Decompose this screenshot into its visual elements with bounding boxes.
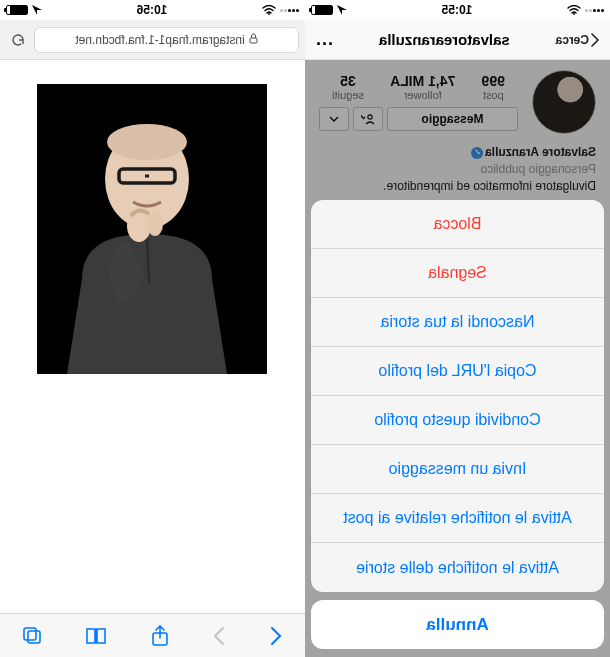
action-sheet-item-5[interactable]: Invia un messaggio [311, 445, 604, 494]
instagram-profile-screen: 10:55 Cerca salvatorearanzulla ... 999po… [305, 0, 610, 657]
more-options-button[interactable]: ... [315, 29, 333, 50]
profile-nav-bar: Cerca salvatorearanzulla ... [305, 20, 610, 60]
safari-screen: 10:56 instagram.fnap1-1.fna.fbcdn.net [0, 0, 305, 657]
svg-point-2 [268, 13, 270, 15]
cellular-signal-icon [280, 9, 299, 12]
action-sheet-item-0[interactable]: Blocca [311, 200, 604, 249]
action-sheet-item-7[interactable]: Attiva le notifiche delle storie [311, 543, 604, 592]
safari-toolbar [0, 613, 305, 657]
nav-back-button[interactable] [269, 626, 283, 646]
action-sheet-item-2[interactable]: Nascondi la tua storia [311, 298, 604, 347]
action-sheet-item-1[interactable]: Segnala [311, 249, 604, 298]
svg-rect-12 [28, 631, 40, 643]
cellular-signal-icon [585, 9, 604, 12]
location-icon [337, 5, 347, 15]
url-text: instagram.fnap1-1.fna.fbcdn.net [75, 33, 244, 47]
tabs-button[interactable] [22, 626, 42, 646]
svg-point-6 [108, 124, 188, 160]
back-label: Cerca [556, 33, 589, 47]
reload-button[interactable] [6, 28, 30, 52]
content-area [0, 60, 305, 613]
svg-point-0 [573, 13, 575, 15]
svg-point-10 [148, 212, 164, 236]
bookmarks-button[interactable] [85, 627, 107, 645]
status-bar: 10:56 [0, 0, 305, 20]
clock: 10:56 [137, 3, 168, 17]
location-icon [32, 5, 42, 15]
action-sheet-cancel[interactable]: Annulla [311, 600, 604, 649]
status-bar: 10:55 [305, 0, 610, 20]
action-sheet: BloccaSegnalaNascondi la tua storiaCopia… [311, 200, 604, 649]
back-button[interactable]: Cerca [556, 33, 600, 47]
battery-icon [311, 5, 333, 15]
profile-photo-image[interactable] [38, 84, 268, 374]
svg-rect-13 [24, 628, 36, 640]
action-sheet-item-4[interactable]: Condividi questo profilo [311, 396, 604, 445]
action-sheet-item-6[interactable]: Attiva le notifiche relative ai post [311, 494, 604, 543]
wifi-icon [567, 5, 581, 15]
address-bar[interactable]: instagram.fnap1-1.fna.fbcdn.net [0, 20, 305, 60]
svg-rect-3 [250, 38, 257, 43]
action-sheet-item-3[interactable]: Copia l'URL del profilo [311, 347, 604, 396]
nav-forward-button[interactable] [212, 626, 226, 646]
wifi-icon [262, 5, 276, 15]
profile-username: salvatorearanzulla [379, 31, 510, 48]
share-button[interactable] [151, 625, 169, 647]
clock: 10:55 [442, 3, 473, 17]
lock-icon [249, 33, 258, 47]
battery-icon [6, 5, 28, 15]
